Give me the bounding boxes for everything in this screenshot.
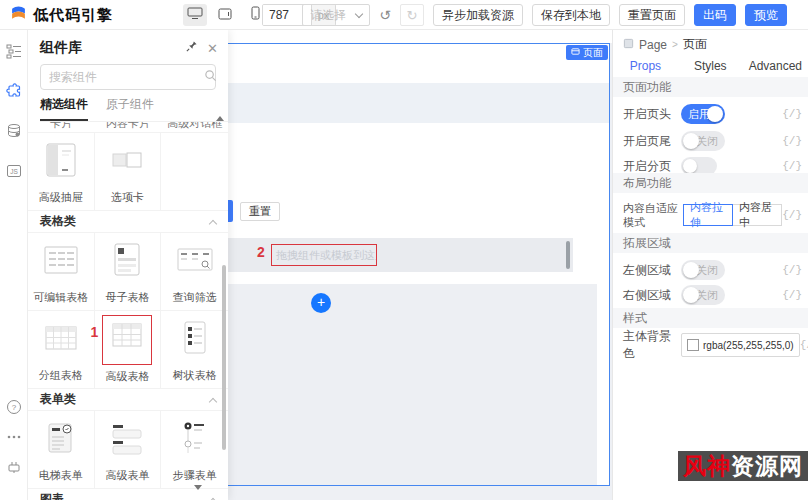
device-desktop-button[interactable] (183, 4, 207, 26)
component-item[interactable]: 可编辑表格 (28, 233, 95, 311)
pin-icon[interactable] (185, 39, 198, 57)
codegen-button[interactable]: 出码 (694, 4, 736, 26)
row-enable-header: 开启页头 启用 {/} (623, 102, 802, 126)
tab-advanced[interactable]: Advanced (743, 54, 808, 79)
content-fit-segmented: 内容拉伸 内容居中 (683, 204, 782, 226)
content-stretch-option[interactable]: 内容拉伸 (683, 204, 733, 226)
top-toolbar: 低代码引擎 px 请选择 ↺ ↻ 异步加载资源 保存到本地 重 (0, 0, 808, 30)
clipped-component-row: 卡片内容卡片高级对话框 (28, 122, 228, 133)
reset-page-button[interactable]: 重置页面 (619, 4, 685, 26)
row-label: 开启页尾 (623, 133, 671, 150)
component-icon-box (171, 416, 219, 464)
left-area-toggle[interactable]: 关闭 (681, 260, 725, 280)
sidebar-item-plugin[interactable] (5, 460, 23, 478)
scroll-up-icon[interactable] (216, 116, 224, 121)
section-style: 样式 (613, 308, 808, 328)
category-header[interactable]: 图表 (28, 489, 228, 500)
async-load-button[interactable]: 异步加载资源 (433, 4, 523, 26)
sidebar-item-js[interactable]: JS (5, 164, 23, 182)
sidebar-item-help[interactable]: ? (5, 400, 23, 418)
save-local-button[interactable]: 保存到本地 (532, 4, 610, 26)
library-scrollbar[interactable] (222, 265, 226, 450)
component-item[interactable]: 电梯表单 (28, 411, 95, 489)
toggle-state-label: 关闭 (696, 288, 718, 303)
tablet-icon (218, 6, 232, 24)
scenario-select[interactable]: 请选择 (302, 4, 370, 26)
row-label: 主体背景色 (623, 328, 671, 362)
page-canvas[interactable]: 重置 2 拖拽组件或模板到这里 + 页面 (196, 43, 610, 486)
advanced-form-icon (105, 444, 149, 461)
component-grid: 卡片内容卡片高级对话框高级抽屉选项卡表格类可编辑表格母子表格查询筛选分组表格1高… (28, 122, 228, 500)
sidebar-item-more[interactable] (5, 430, 23, 448)
category-header[interactable]: 表单类 (28, 389, 228, 411)
editable-table-icon (39, 266, 83, 283)
sidebar-item-outline[interactable] (5, 44, 23, 62)
tab-props[interactable]: Props (613, 54, 678, 79)
page-tag-label: 页面 (583, 46, 603, 60)
body-background-color-input[interactable]: rgba(255,255,255,0) (681, 333, 800, 357)
bind-variable-icon[interactable]: {/} (782, 264, 802, 276)
bind-variable-icon[interactable]: {/} (782, 135, 802, 147)
bind-variable-icon[interactable]: {/} (782, 160, 802, 172)
component-item[interactable]: 树状表格 (161, 311, 228, 389)
scroll-down-icon[interactable] (194, 485, 202, 490)
component-label: 内容卡片 (95, 122, 162, 131)
chevron-up-icon (209, 397, 217, 405)
component-label: 可编辑表格 (33, 290, 88, 305)
tree-table-icon (173, 344, 217, 361)
breadcrumb-root[interactable]: Page (639, 38, 667, 52)
drawer-icon (39, 166, 83, 183)
component-label: 高级抽屉 (39, 190, 83, 205)
content-center-option[interactable]: 内容居中 (732, 204, 782, 226)
search-icon (204, 68, 217, 86)
component-item[interactable]: 步骤表单 (161, 411, 228, 489)
color-swatch (687, 339, 699, 351)
library-search-input[interactable] (49, 70, 204, 84)
breadcrumb: Page > 页面 (623, 36, 707, 53)
bind-variable-icon[interactable]: {/} (782, 209, 802, 221)
category-label: 表格类 (40, 213, 76, 230)
enable-footer-toggle[interactable]: 关闭 (681, 131, 725, 151)
component-item[interactable]: 高级抽屉 (28, 133, 95, 211)
component-label: 树状表格 (173, 368, 217, 383)
bind-variable-icon[interactable]: {/} (800, 339, 808, 351)
left-icon-sidebar: JS? (0, 30, 28, 500)
redo-button[interactable]: ↻ (400, 4, 424, 26)
add-component-button[interactable]: + (311, 293, 331, 313)
component-item[interactable]: 1高级表格 (95, 311, 162, 389)
close-icon[interactable]: ✕ (207, 41, 218, 56)
svg-text:JS: JS (10, 168, 18, 175)
component-item[interactable]: 高级表单 (95, 411, 162, 489)
tab-styles[interactable]: Styles (678, 54, 743, 79)
tab-atomic-components[interactable]: 原子组件 (106, 96, 154, 121)
enable-header-toggle[interactable]: 启用 (681, 104, 725, 124)
watermark-white-text: 资源网 (731, 451, 803, 482)
component-icon-box (171, 238, 219, 286)
drop-zone-scrollbar[interactable] (566, 241, 570, 269)
component-item[interactable]: 母子表格 (95, 233, 162, 311)
bind-variable-icon[interactable]: {/} (782, 289, 802, 301)
component-item[interactable]: 查询筛选 (161, 233, 228, 311)
category-label: 图表 (40, 491, 64, 500)
component-label: 查询筛选 (173, 290, 217, 305)
sidebar-item-datasource[interactable] (5, 124, 23, 142)
component-item[interactable]: 分组表格 (28, 311, 95, 389)
component-item[interactable]: 选项卡 (95, 133, 162, 211)
tab-featured-components[interactable]: 精选组件 (40, 96, 88, 121)
category-header[interactable]: 表格类 (28, 211, 228, 233)
hidden-blue-button[interactable] (228, 200, 233, 222)
chevron-down-icon (355, 9, 363, 17)
preview-button[interactable]: 预览 (745, 4, 787, 26)
undo-button[interactable]: ↺ (379, 4, 391, 26)
grouped-table-icon (39, 344, 83, 361)
canvas-reset-button[interactable]: 重置 (240, 202, 280, 221)
component-item-empty (161, 133, 228, 211)
right-area-toggle[interactable]: 关闭 (681, 285, 725, 305)
page-selection-tag[interactable]: 页面 (566, 45, 608, 60)
component-icon-box (37, 238, 85, 286)
bind-variable-icon[interactable]: {/} (782, 108, 802, 120)
row-content-fit: 内容自适应模式 内容拉伸 内容居中 {/} (623, 198, 802, 232)
device-tablet-button[interactable] (213, 4, 237, 26)
datasource-icon (6, 123, 22, 143)
sidebar-item-components[interactable] (5, 84, 23, 102)
